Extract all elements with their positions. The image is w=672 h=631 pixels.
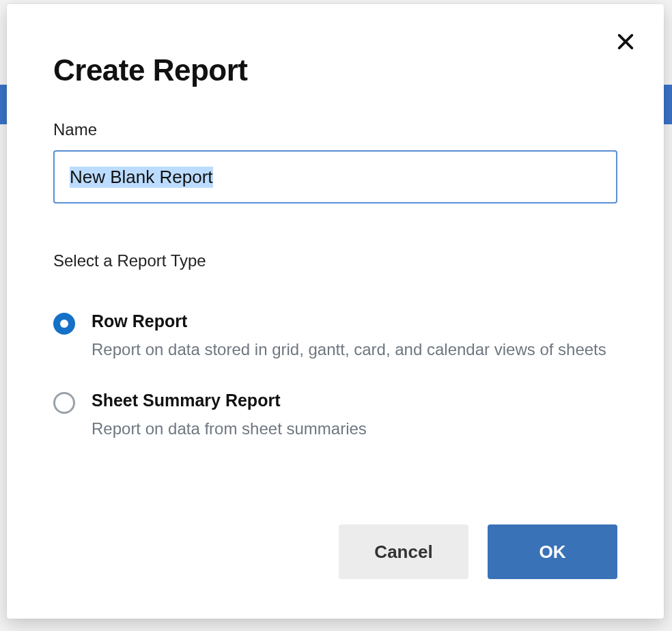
close-button[interactable] [612, 29, 639, 56]
dialog-button-row: Cancel OK [339, 524, 617, 579]
ok-button[interactable]: OK [488, 524, 617, 579]
radio-description: Report on data stored in grid, gantt, ca… [92, 338, 617, 362]
radio-text-block: Row Report Report on data stored in grid… [92, 311, 617, 362]
close-icon [616, 32, 635, 53]
report-type-radio-group: Row Report Report on data stored in grid… [53, 311, 617, 441]
radio-text-block: Sheet Summary Report Report on data from… [92, 391, 617, 441]
radio-row-report[interactable]: Row Report Report on data stored in grid… [53, 311, 617, 362]
radio-description: Report on data from sheet summaries [92, 417, 617, 441]
report-type-label: Select a Report Type [53, 251, 617, 270]
radio-sheet-summary-report[interactable]: Sheet Summary Report Report on data from… [53, 391, 617, 441]
radio-indicator-icon [53, 392, 75, 414]
radio-indicator-icon [53, 313, 75, 335]
name-field-label: Name [53, 120, 617, 139]
report-name-input[interactable] [53, 150, 617, 204]
cancel-button[interactable]: Cancel [339, 524, 468, 579]
dialog-title: Create Report [53, 53, 617, 87]
radio-title: Sheet Summary Report [92, 391, 617, 410]
create-report-dialog: Create Report Name Select a Report Type … [7, 4, 664, 619]
radio-title: Row Report [92, 311, 617, 331]
